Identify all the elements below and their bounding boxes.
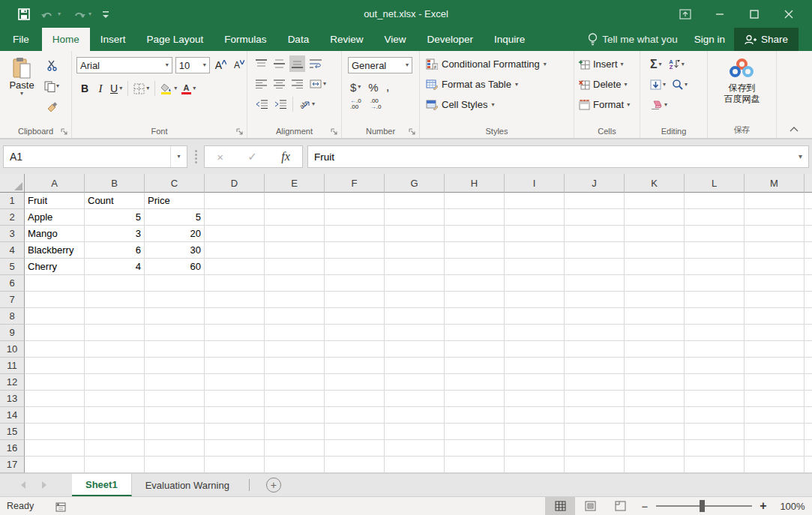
cell-H1[interactable] — [445, 193, 505, 209]
cell-H4[interactable] — [445, 242, 505, 259]
cell-F9[interactable] — [325, 325, 385, 341]
cell-G2[interactable] — [385, 209, 445, 226]
cell-A13[interactable] — [25, 391, 85, 407]
column-header-I[interactable]: I — [505, 174, 565, 193]
cell-H10[interactable] — [445, 341, 505, 358]
cell-E3[interactable] — [265, 226, 325, 242]
cell-K4[interactable] — [625, 242, 685, 259]
cell-C12[interactable] — [145, 374, 205, 391]
cell-J4[interactable] — [565, 242, 625, 259]
cell-F17[interactable] — [325, 457, 385, 473]
cell-I8[interactable] — [505, 308, 565, 325]
cell-A5[interactable]: Cherry — [25, 259, 85, 275]
cell-E13[interactable] — [265, 391, 325, 407]
cell-M3[interactable] — [745, 226, 805, 242]
cell-G6[interactable] — [385, 275, 445, 292]
cell-L17[interactable] — [685, 457, 745, 473]
cell-L16[interactable] — [685, 440, 745, 457]
number-dialog-launcher-icon[interactable] — [409, 128, 416, 136]
cell-G13[interactable] — [385, 391, 445, 407]
cell-I2[interactable] — [505, 209, 565, 226]
cell-G16[interactable] — [385, 440, 445, 457]
cell-A16[interactable] — [25, 440, 85, 457]
fill-button[interactable]: ▾ — [648, 76, 668, 93]
row-header-10[interactable]: 10 — [0, 341, 25, 358]
cell-B4[interactable]: 6 — [85, 242, 145, 259]
borders-button[interactable]: ▾ — [131, 80, 151, 97]
column-header-M[interactable]: M — [745, 174, 805, 193]
column-header-D[interactable]: D — [205, 174, 265, 193]
cell-L11[interactable] — [685, 358, 745, 374]
cell-E1[interactable] — [265, 193, 325, 209]
clear-button[interactable]: ▾ — [648, 97, 670, 113]
page-layout-view-button[interactable] — [575, 497, 605, 515]
sign-in-button[interactable]: Sign in — [685, 28, 734, 51]
cell-L9[interactable] — [685, 325, 745, 341]
prev-sheet-icon[interactable] — [21, 481, 25, 489]
row-header-11[interactable]: 11 — [0, 358, 25, 374]
cell-C15[interactable] — [145, 424, 205, 440]
formula-bar-splitter[interactable] — [190, 150, 201, 163]
cell-H16[interactable] — [445, 440, 505, 457]
column-header-B[interactable]: B — [85, 174, 145, 193]
redo-icon[interactable]: ▾ — [71, 9, 91, 19]
cell-A11[interactable] — [25, 358, 85, 374]
row-header-1[interactable]: 1 — [0, 193, 25, 209]
cell-J5[interactable] — [565, 259, 625, 275]
cell-A7[interactable] — [25, 292, 85, 308]
column-header-G[interactable]: G — [385, 174, 445, 193]
cell-A17[interactable] — [25, 457, 85, 473]
cell-C17[interactable] — [145, 457, 205, 473]
font-dialog-launcher-icon[interactable] — [236, 128, 244, 136]
cell-A15[interactable] — [25, 424, 85, 440]
cell-B13[interactable] — [85, 391, 145, 407]
align-left-button[interactable] — [253, 76, 269, 92]
cell-H11[interactable] — [445, 358, 505, 374]
conditional-formatting-button[interactable]: ≠ Conditional Formatting▾ — [426, 54, 574, 74]
insert-cells-button[interactable]: Insert▾ — [579, 54, 640, 74]
cell-A4[interactable]: Blackberry — [25, 242, 85, 259]
cell-E4[interactable] — [265, 242, 325, 259]
font-color-button[interactable]: A ▾ — [179, 80, 198, 97]
cell-E16[interactable] — [265, 440, 325, 457]
top-align-button[interactable] — [253, 55, 269, 72]
cell-G3[interactable] — [385, 226, 445, 242]
cell-M1[interactable] — [745, 193, 805, 209]
cell-A8[interactable] — [25, 308, 85, 325]
cell-L10[interactable] — [685, 341, 745, 358]
comma-style-button[interactable]: , — [384, 79, 392, 95]
alignment-dialog-launcher-icon[interactable] — [331, 128, 338, 136]
cell-J13[interactable] — [565, 391, 625, 407]
cell-K8[interactable] — [625, 308, 685, 325]
cell-J15[interactable] — [565, 424, 625, 440]
row-header-4[interactable]: 4 — [0, 242, 25, 259]
cell-D12[interactable] — [205, 374, 265, 391]
align-right-button[interactable] — [289, 76, 305, 92]
sheet-tab-sheet1[interactable]: Sheet1 — [72, 474, 132, 496]
ribbon-tab-home[interactable]: Home — [42, 28, 90, 51]
copy-icon[interactable]: ▾ — [42, 78, 61, 94]
column-header-J[interactable]: J — [565, 174, 625, 193]
cell-F10[interactable] — [325, 341, 385, 358]
cell-L1[interactable] — [685, 193, 745, 209]
expand-formula-bar-icon[interactable]: ▾ — [799, 153, 802, 160]
cell-D15[interactable] — [205, 424, 265, 440]
row-header-5[interactable]: 5 — [0, 259, 25, 275]
cell-J8[interactable] — [565, 308, 625, 325]
cancel-icon[interactable]: × — [217, 151, 223, 163]
cell-K10[interactable] — [625, 341, 685, 358]
formula-input[interactable]: Fruit ▾ — [307, 145, 809, 168]
font-name-combo[interactable]: Arial▾ — [76, 57, 172, 73]
cell-C9[interactable] — [145, 325, 205, 341]
number-format-combo[interactable]: General▾ — [348, 57, 412, 73]
cell-C11[interactable] — [145, 358, 205, 374]
cell-M15[interactable] — [745, 424, 805, 440]
cell-I10[interactable] — [505, 341, 565, 358]
cell-I7[interactable] — [505, 292, 565, 308]
cell-H15[interactable] — [445, 424, 505, 440]
save-icon[interactable] — [18, 8, 30, 20]
cell-L4[interactable] — [685, 242, 745, 259]
cell-C6[interactable] — [145, 275, 205, 292]
cell-C16[interactable] — [145, 440, 205, 457]
cell-L13[interactable] — [685, 391, 745, 407]
